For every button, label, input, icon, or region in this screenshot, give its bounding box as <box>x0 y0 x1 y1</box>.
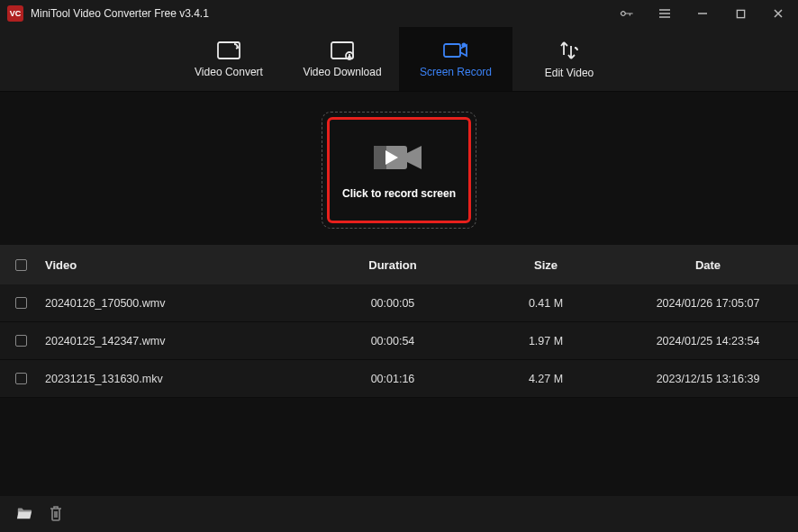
header-video: Video <box>41 258 312 272</box>
cell-duration: 00:00:05 <box>312 297 474 310</box>
table-row[interactable]: 20231215_131630.mkv 00:01:16 4.27 M 2023… <box>0 360 798 398</box>
tab-video-download[interactable]: Video Download <box>286 27 399 91</box>
header-duration: Duration <box>312 258 474 272</box>
cell-size: 4.27 M <box>474 373 618 385</box>
tab-edit-video[interactable]: Edit Video <box>512 27 626 91</box>
row-checkbox[interactable] <box>15 335 27 347</box>
header-size: Size <box>474 258 618 272</box>
cell-date: 2024/01/26 17:05:07 <box>618 297 798 310</box>
titlebar: VC MiniTool Video Converter Free v3.4.1 <box>0 0 798 27</box>
row-checkbox[interactable] <box>15 373 27 384</box>
minimize-button[interactable] <box>690 1 715 26</box>
cell-video: 20231215_131630.mkv <box>41 373 312 385</box>
footer-toolbar <box>0 496 798 532</box>
svg-rect-1 <box>737 10 744 17</box>
main-tabs: Video Convert Video Download Screen Reco… <box>0 27 798 92</box>
tab-label: Edit Video <box>545 67 594 79</box>
cell-size: 1.97 M <box>474 335 618 347</box>
table-row[interactable]: 20240126_170500.wmv 00:00:05 0.41 M 2024… <box>0 284 798 322</box>
svg-rect-5 <box>444 44 460 57</box>
table-row[interactable]: 20240125_142347.wmv 00:00:54 1.97 M 2024… <box>0 322 798 360</box>
tab-video-convert[interactable]: Video Convert <box>172 27 286 91</box>
recordings-table: Video Duration Size Date 20240126_170500… <box>0 245 798 398</box>
record-dropzone: Click to record screen <box>322 112 476 229</box>
menu-icon[interactable] <box>652 1 677 26</box>
record-screen-button[interactable]: Click to record screen <box>327 117 471 223</box>
delete-button[interactable] <box>49 505 63 524</box>
cell-size: 0.41 M <box>474 297 618 310</box>
open-folder-button[interactable] <box>16 506 32 523</box>
cell-video: 20240126_170500.wmv <box>41 297 312 310</box>
cell-video: 20240125_142347.wmv <box>41 335 312 347</box>
tab-screen-record[interactable]: Screen Record <box>399 27 512 91</box>
header-date: Date <box>618 258 798 272</box>
tab-label: Video Convert <box>195 66 263 78</box>
app-title: MiniTool Video Converter Free v3.4.1 <box>31 7 209 20</box>
cell-duration: 00:00:54 <box>312 335 474 347</box>
app-logo-icon: VC <box>7 5 23 22</box>
camera-play-icon <box>374 140 424 175</box>
record-caption: Click to record screen <box>342 187 456 200</box>
close-button[interactable] <box>766 1 791 26</box>
svg-point-6 <box>462 42 467 47</box>
svg-point-0 <box>621 11 627 17</box>
tab-label: Video Download <box>303 66 381 78</box>
row-checkbox[interactable] <box>15 297 27 309</box>
table-header: Video Duration Size Date <box>0 245 798 284</box>
maximize-button[interactable] <box>728 1 753 26</box>
cell-duration: 00:01:16 <box>312 373 474 385</box>
tab-label: Screen Record <box>420 66 492 78</box>
cell-date: 2024/01/25 14:23:54 <box>618 335 798 347</box>
select-all-checkbox[interactable] <box>15 259 27 271</box>
cell-date: 2023/12/15 13:16:39 <box>618 373 798 385</box>
